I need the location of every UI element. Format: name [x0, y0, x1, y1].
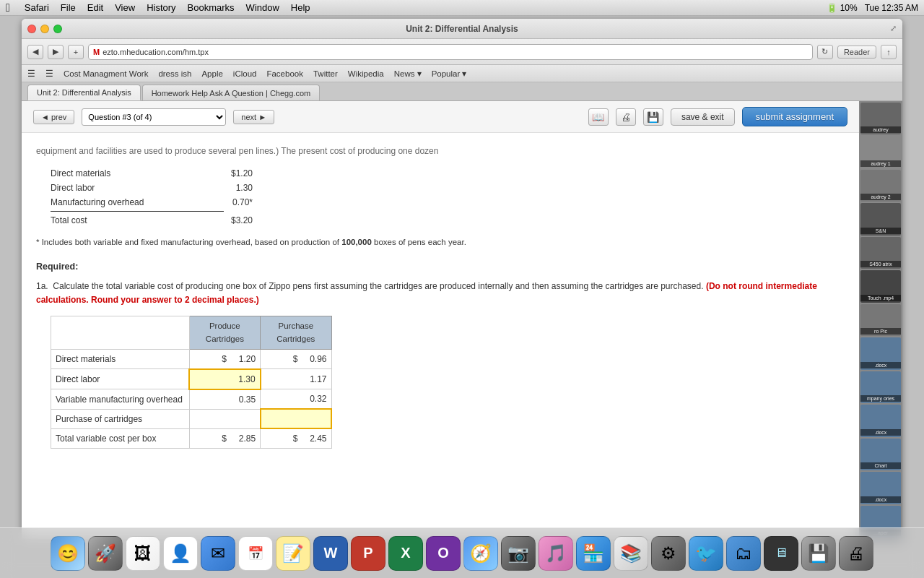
menu-history[interactable]: History — [147, 2, 175, 13]
close-button[interactable] — [27, 25, 36, 33]
dock-itunes[interactable]: 🎵 — [539, 536, 573, 571]
dock-files[interactable]: 🗂 — [726, 536, 761, 571]
dock-notes[interactable]: 📝 — [276, 536, 310, 571]
purchase-materials-value: $ 0.96 — [261, 349, 331, 369]
dock-excel[interactable]: X — [388, 536, 423, 571]
bookmark-cost-mgmt[interactable]: Cost Managment Work — [64, 69, 148, 78]
thumb-docx2[interactable]: .docx — [860, 405, 901, 436]
dock-photos[interactable]: 🖼 — [126, 536, 160, 571]
save-icon-button[interactable]: 💾 — [643, 108, 663, 126]
menu-help[interactable]: Help — [291, 2, 310, 13]
back-button[interactable]: ◀ — [27, 45, 43, 59]
dock-twitter[interactable]: 🐦 — [689, 536, 723, 571]
zoom-button[interactable] — [53, 25, 62, 33]
bookmark-facebook[interactable]: Facebook — [266, 69, 303, 78]
question-number: 1a. — [36, 281, 48, 291]
address-text: ezto.mheducation.com/hm.tpx — [103, 48, 209, 56]
question-select[interactable]: Question #3 (of 4) — [82, 108, 226, 126]
menu-file[interactable]: File — [61, 2, 76, 13]
thumb-audrey[interactable]: audrey — [860, 103, 901, 134]
minimize-button[interactable] — [40, 25, 49, 33]
thumb-chart[interactable]: Chart — [860, 439, 901, 470]
dock-monitor[interactable]: 🖥 — [764, 536, 798, 571]
dock-finder[interactable]: 😊 — [51, 536, 85, 571]
dock-onenote[interactable]: O — [426, 536, 461, 571]
bookmark-dress-ish[interactable]: dress ish — [158, 69, 191, 78]
reader-button[interactable]: Reader — [837, 46, 876, 59]
menu-bookmarks[interactable]: Bookmarks — [188, 2, 235, 13]
row-label-materials: Direct materials — [51, 349, 190, 369]
bookmark-icloud[interactable]: iCloud — [233, 69, 257, 78]
thumb-company[interactable]: mpany ories — [860, 371, 901, 403]
tab-chegg[interactable]: Homework Help Ask A Question | Chegg.com — [142, 85, 321, 100]
table-header-produce: ProduceCartridges — [189, 316, 260, 350]
row-label-total: Total variable cost per box — [51, 428, 190, 449]
table-row-labor: Direct labor 1.30 1.17 — [51, 369, 332, 389]
thumb-docx1[interactable]: .docx — [860, 337, 901, 369]
bookmark-apple[interactable]: Apple — [201, 69, 222, 78]
thumb-label-touch: Touch .mp4 — [860, 295, 901, 301]
dock-word[interactable]: W — [313, 536, 348, 571]
dock-appstore[interactable]: 🏪 — [576, 536, 611, 571]
bookmark-sidebar[interactable]: ☰ — [27, 69, 35, 79]
dock-systemprefs[interactable]: ⚙ — [651, 536, 686, 571]
menu-safari[interactable]: Safari — [25, 2, 49, 13]
cost-row-labor: Direct labor 1.30 — [51, 181, 845, 195]
purchase-cartridges-input[interactable] — [261, 409, 331, 428]
dock-contacts[interactable]: 👤 — [163, 536, 198, 571]
browser-window: Unit 2: Differential Analysis ⤢ ◀ ▶ + M … — [22, 19, 902, 539]
address-bar[interactable]: M ezto.mheducation.com/hm.tpx — [88, 44, 813, 60]
print-icon-button[interactable]: 🖨 — [616, 108, 636, 126]
share-button[interactable]: ↑ — [881, 45, 897, 59]
bookmark-twitter[interactable]: Twitter — [313, 69, 338, 78]
bookmark-news[interactable]: News ▾ — [394, 69, 422, 79]
thumb-s450[interactable]: S450 atrix — [860, 237, 901, 269]
bookmark-popular[interactable]: Popular ▾ — [432, 69, 467, 79]
thumb-label-s450: S450 atrix — [860, 261, 901, 267]
next-button[interactable]: next ► — [233, 110, 274, 124]
thumb-label-docx2: .docx — [860, 429, 901, 436]
expand-icon[interactable]: ⤢ — [890, 24, 897, 33]
dock-extra1[interactable]: 🖨 — [839, 536, 873, 571]
save-exit-button[interactable]: save & exit — [671, 108, 735, 126]
question-body: Calculate the total variable cost of pro… — [53, 281, 703, 291]
book-icon-button[interactable]: 📖 — [588, 108, 609, 126]
cost-row-materials: Direct materials $1.20 — [51, 166, 845, 181]
table-row-purchase-cartridges: Purchase of cartridges — [51, 409, 332, 428]
cost-value-materials: $1.20 — [209, 167, 253, 180]
prev-button[interactable]: ◄ prev — [33, 110, 74, 124]
apple-menu[interactable]:  — [6, 1, 10, 14]
dock-camera[interactable]: 📷 — [501, 536, 536, 571]
new-tab-button[interactable]: + — [68, 45, 84, 59]
dock-powerpoint[interactable]: P — [351, 536, 385, 571]
thumb-pic[interactable]: ro Pic — [860, 304, 901, 336]
thumb-audrey1[interactable]: audrey 1 — [860, 136, 901, 168]
thumb-label-docx3: .docx — [860, 496, 901, 503]
reload-button[interactable]: ↻ — [817, 45, 833, 59]
menu-edit[interactable]: Edit — [87, 2, 103, 13]
dock-safari[interactable]: 🧭 — [463, 536, 498, 571]
forward-button[interactable]: ▶ — [48, 45, 64, 59]
thumb-audrey2[interactable]: audrey 2 — [860, 170, 901, 202]
dock-reading[interactable]: 📚 — [614, 536, 648, 571]
menu-window[interactable]: Window — [246, 2, 279, 13]
right-sidebar: audrey audrey 1 audrey 2 S&N S450 atrix … — [859, 101, 902, 539]
menu-battery: 🔋 10% — [827, 3, 857, 13]
submit-assignment-button[interactable]: submit assignment — [742, 107, 847, 126]
produce-labor-value[interactable]: 1.30 — [189, 369, 260, 389]
dock-timemachine[interactable]: 💾 — [801, 536, 836, 571]
bookmark-reading-list[interactable]: ☰ — [45, 69, 53, 79]
menu-view[interactable]: View — [115, 2, 135, 13]
cost-divider — [51, 211, 224, 212]
thumb-sn[interactable]: S&N — [860, 203, 901, 235]
dock-mail[interactable]: ✉ — [201, 536, 235, 571]
dock-calendar[interactable]: 📅 — [238, 536, 273, 571]
tab-unit2[interactable]: Unit 2: Differential Analysis — [27, 85, 141, 100]
cost-label-overhead: Manufacturing overhead — [51, 196, 180, 209]
thumb-docx3[interactable]: .docx — [860, 472, 901, 504]
footnote: * Includes both variable and fixed manuf… — [36, 236, 845, 249]
thumb-touch[interactable]: Touch .mp4 — [860, 270, 901, 302]
dock-launchpad[interactable]: 🚀 — [88, 536, 123, 571]
bookmark-wikipedia[interactable]: Wikipedia — [348, 69, 384, 78]
cost-row-overhead: Manufacturing overhead 0.70* — [51, 195, 845, 210]
